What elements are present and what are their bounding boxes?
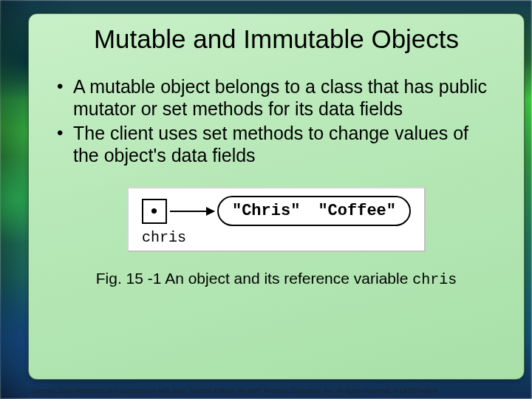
reference-box [142,199,167,224]
variable-label: chris [142,229,186,246]
slide-footer: Carrano, Data Structures and Abstraction… [31,387,522,395]
diagram-row: "Chris" "Coffee" [142,196,411,226]
bullet-item: The client uses set methods to change va… [55,123,496,166]
reference-dot-icon [151,208,157,214]
object-field: "Chris" [232,202,300,220]
bullet-item: A mutable object belongs to a class that… [55,76,496,120]
arrow-icon [170,211,214,212]
caption-variable: chris [412,271,457,288]
footer-copyright: Carrano, Data Structures and Abstraction… [31,387,437,395]
caption-text: Fig. 15 -1 An object and its reference v… [96,270,412,287]
reference-diagram: "Chris" "Coffee" chris [127,187,426,252]
arrow-head-icon [206,207,215,216]
bullet-list: A mutable object belongs to a class that… [55,76,496,169]
slide-card: Mutable and Immutable Objects A mutable … [28,13,525,380]
diagram-container: "Chris" "Coffee" chris [50,187,503,252]
figure-caption: Fig. 15 -1 An object and its reference v… [50,270,503,288]
object-box: "Chris" "Coffee" [217,196,411,226]
slide-title: Mutable and Immutable Objects [50,24,503,54]
object-field: "Coffee" [318,202,396,220]
